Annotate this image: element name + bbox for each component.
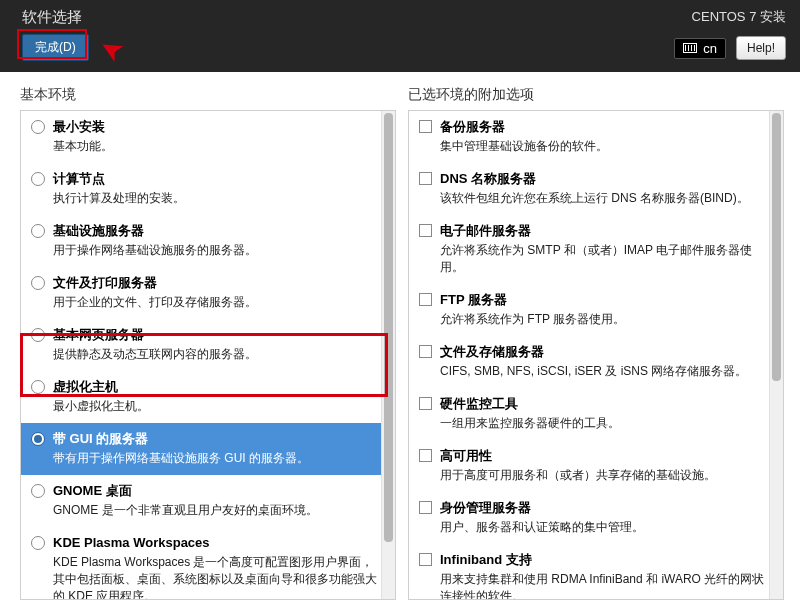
item-text: 带 GUI 的服务器带有用于操作网络基础设施服务 GUI 的服务器。 [53, 430, 381, 467]
addon-item[interactable]: 电子邮件服务器允许将系统作为 SMTP 和（或者）IMAP 电子邮件服务器使用。 [409, 215, 779, 284]
item-title: 硬件监控工具 [440, 395, 769, 413]
radio-icon [31, 172, 45, 186]
addons-list-inner[interactable]: 备份服务器集中管理基础设施备份的软件。DNS 名称服务器该软件包组允许您在系统上… [409, 111, 783, 599]
checkbox-icon [419, 449, 432, 462]
checkbox-icon [419, 172, 432, 185]
base-env-list: 最小安装基本功能。计算节点执行计算及处理的安装。基础设施服务器用于操作网络基础设… [20, 110, 396, 600]
item-desc: 一组用来监控服务器硬件的工具。 [440, 415, 769, 432]
item-title: GNOME 桌面 [53, 482, 381, 500]
item-text: 计算节点执行计算及处理的安装。 [53, 170, 381, 207]
item-title: 身份管理服务器 [440, 499, 769, 517]
item-desc: 基本功能。 [53, 138, 381, 155]
item-desc: 用于高度可用服务和（或者）共享存储的基础设施。 [440, 467, 769, 484]
annotation-arrow: ➤ [93, 30, 129, 70]
install-title: CENTOS 7 安装 [674, 8, 786, 26]
checkbox-icon [419, 345, 432, 358]
base-env-item[interactable]: 计算节点执行计算及处理的安装。 [21, 163, 391, 215]
page-title: 软件选择 [22, 8, 82, 27]
scrollbar[interactable] [381, 111, 395, 599]
item-title: 虚拟化主机 [53, 378, 381, 396]
radio-icon [31, 432, 45, 446]
item-title: 计算节点 [53, 170, 381, 188]
addon-item[interactable]: Infiniband 支持用来支持集群和使用 RDMA InfiniBand 和… [409, 544, 779, 599]
radio-icon [31, 328, 45, 342]
item-desc: 该软件包组允许您在系统上运行 DNS 名称服务器(BIND)。 [440, 190, 769, 207]
item-title: 文件及存储服务器 [440, 343, 769, 361]
checkbox-icon [419, 553, 432, 566]
base-env-item[interactable]: 最小安装基本功能。 [21, 111, 391, 163]
item-title: 基本网页服务器 [53, 326, 381, 344]
addons-list: 备份服务器集中管理基础设施备份的软件。DNS 名称服务器该软件包组允许您在系统上… [408, 110, 784, 600]
item-text: 虚拟化主机最小虚拟化主机。 [53, 378, 381, 415]
keyboard-layout-button[interactable]: cn [674, 38, 726, 59]
base-env-item[interactable]: 虚拟化主机最小虚拟化主机。 [21, 371, 391, 423]
base-env-item[interactable]: KDE Plasma WorkspacesKDE Plasma Workspac… [21, 527, 391, 599]
item-desc: KDE Plasma Workspaces 是一个高度可配置图形用户界面，其中包… [53, 554, 381, 599]
radio-icon [31, 276, 45, 290]
addons-panel: 已选环境的附加选项 备份服务器集中管理基础设施备份的软件。DNS 名称服务器该软… [408, 86, 784, 600]
addon-item[interactable]: 身份管理服务器用户、服务器和认证策略的集中管理。 [409, 492, 779, 544]
item-desc: 提供静态及动态互联网内容的服务器。 [53, 346, 381, 363]
base-env-item[interactable]: 基础设施服务器用于操作网络基础设施服务的服务器。 [21, 215, 391, 267]
addon-item[interactable]: FTP 服务器允许将系统作为 FTP 服务器使用。 [409, 284, 779, 336]
item-title: 备份服务器 [440, 118, 769, 136]
item-text: 硬件监控工具一组用来监控服务器硬件的工具。 [440, 395, 769, 432]
addon-item[interactable]: 高可用性用于高度可用服务和（或者）共享存储的基础设施。 [409, 440, 779, 492]
item-title: 文件及打印服务器 [53, 274, 381, 292]
help-button[interactable]: Help! [736, 36, 786, 60]
item-title: 高可用性 [440, 447, 769, 465]
base-environment-panel: 基本环境 最小安装基本功能。计算节点执行计算及处理的安装。基础设施服务器用于操作… [20, 86, 396, 600]
keyboard-layout-label: cn [703, 41, 717, 56]
item-desc: 允许将系统作为 FTP 服务器使用。 [440, 311, 769, 328]
item-title: DNS 名称服务器 [440, 170, 769, 188]
item-title: 电子邮件服务器 [440, 222, 769, 240]
item-text: 基本网页服务器提供静态及动态互联网内容的服务器。 [53, 326, 381, 363]
radio-icon [31, 120, 45, 134]
addon-item[interactable]: 备份服务器集中管理基础设施备份的软件。 [409, 111, 779, 163]
scrollbar-thumb[interactable] [772, 113, 781, 381]
base-env-item[interactable]: GNOME 桌面GNOME 是一个非常直观且用户友好的桌面环境。 [21, 475, 391, 527]
item-title: 基础设施服务器 [53, 222, 381, 240]
item-text: 最小安装基本功能。 [53, 118, 381, 155]
item-desc: 集中管理基础设施备份的软件。 [440, 138, 769, 155]
base-env-item[interactable]: 基本网页服务器提供静态及动态互联网内容的服务器。 [21, 319, 391, 371]
item-text: KDE Plasma WorkspacesKDE Plasma Workspac… [53, 534, 381, 599]
addon-item[interactable]: DNS 名称服务器该软件包组允许您在系统上运行 DNS 名称服务器(BIND)。 [409, 163, 779, 215]
radio-icon [31, 484, 45, 498]
item-text: GNOME 桌面GNOME 是一个非常直观且用户友好的桌面环境。 [53, 482, 381, 519]
item-text: 高可用性用于高度可用服务和（或者）共享存储的基础设施。 [440, 447, 769, 484]
item-text: 文件及打印服务器用于企业的文件、打印及存储服务器。 [53, 274, 381, 311]
item-title: Infiniband 支持 [440, 551, 769, 569]
item-desc: 允许将系统作为 SMTP 和（或者）IMAP 电子邮件服务器使用。 [440, 242, 769, 276]
item-text: 文件及存储服务器CIFS, SMB, NFS, iSCSI, iSER 及 iS… [440, 343, 769, 380]
item-title: 最小安装 [53, 118, 381, 136]
item-desc: 用户、服务器和认证策略的集中管理。 [440, 519, 769, 536]
item-title: KDE Plasma Workspaces [53, 534, 381, 552]
radio-icon [31, 380, 45, 394]
done-button[interactable]: 完成(D) [22, 34, 89, 61]
item-text: 电子邮件服务器允许将系统作为 SMTP 和（或者）IMAP 电子邮件服务器使用。 [440, 222, 769, 276]
item-text: 备份服务器集中管理基础设施备份的软件。 [440, 118, 769, 155]
checkbox-icon [419, 224, 432, 237]
keyboard-icon [683, 43, 697, 53]
base-env-title: 基本环境 [20, 86, 396, 104]
item-desc: 带有用于操作网络基础设施服务 GUI 的服务器。 [53, 450, 381, 467]
item-text: Infiniband 支持用来支持集群和使用 RDMA InfiniBand 和… [440, 551, 769, 599]
item-text: FTP 服务器允许将系统作为 FTP 服务器使用。 [440, 291, 769, 328]
scrollbar[interactable] [769, 111, 783, 599]
addon-item[interactable]: 硬件监控工具一组用来监控服务器硬件的工具。 [409, 388, 779, 440]
content: 基本环境 最小安装基本功能。计算节点执行计算及处理的安装。基础设施服务器用于操作… [0, 72, 800, 600]
checkbox-icon [419, 293, 432, 306]
item-desc: GNOME 是一个非常直观且用户友好的桌面环境。 [53, 502, 381, 519]
scrollbar-thumb[interactable] [384, 113, 393, 542]
base-env-list-inner[interactable]: 最小安装基本功能。计算节点执行计算及处理的安装。基础设施服务器用于操作网络基础设… [21, 111, 395, 599]
checkbox-icon [419, 397, 432, 410]
item-title: 带 GUI 的服务器 [53, 430, 381, 448]
base-env-item[interactable]: 文件及打印服务器用于企业的文件、打印及存储服务器。 [21, 267, 391, 319]
checkbox-icon [419, 501, 432, 514]
addon-item[interactable]: 文件及存储服务器CIFS, SMB, NFS, iSCSI, iSER 及 iS… [409, 336, 779, 388]
header-right: CENTOS 7 安装 cn Help! [674, 8, 786, 60]
addons-title: 已选环境的附加选项 [408, 86, 784, 104]
base-env-item[interactable]: 带 GUI 的服务器带有用于操作网络基础设施服务 GUI 的服务器。 [21, 423, 391, 475]
item-desc: 执行计算及处理的安装。 [53, 190, 381, 207]
